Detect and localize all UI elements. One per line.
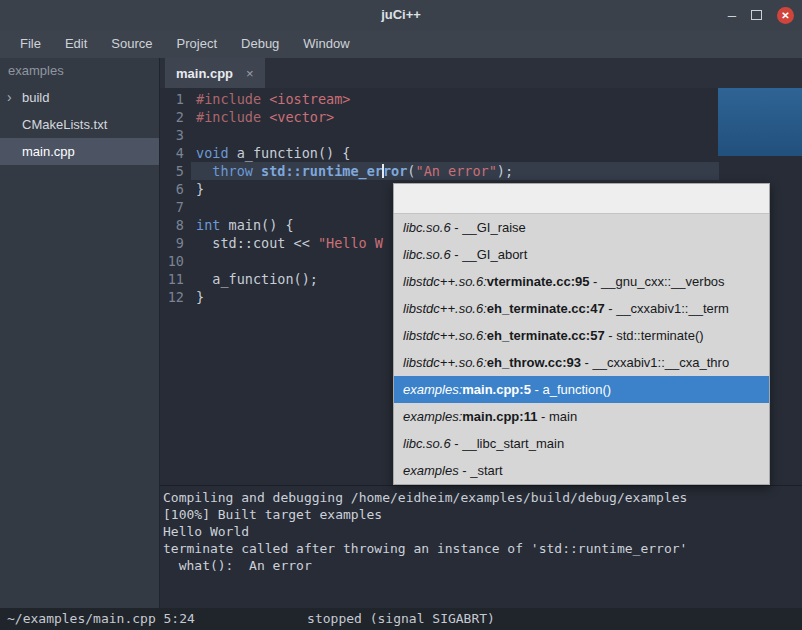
backtrace-item[interactable]: libstdc++.so.6:eh_throw.cc:93 - __cxxabi… bbox=[394, 349, 769, 376]
menu-edit[interactable]: Edit bbox=[53, 30, 99, 58]
code-text bbox=[191, 126, 196, 144]
code-text bbox=[191, 252, 196, 270]
terminal-output: Compiling and debugging /home/eidheim/ex… bbox=[163, 489, 799, 574]
project-sidebar: examples ›buildCMakeLists.txtmain.cpp bbox=[0, 58, 160, 608]
tab-close-icon[interactable]: × bbox=[246, 66, 254, 81]
line-number: 8 bbox=[160, 216, 191, 234]
backtrace-module: examples: bbox=[403, 382, 462, 397]
backtrace-module: libstdc++.so.6: bbox=[403, 274, 487, 289]
tab-main-cpp[interactable]: main.cpp × bbox=[165, 58, 265, 88]
terminal-line: what(): An error bbox=[163, 557, 799, 574]
line-number: 2 bbox=[160, 108, 191, 126]
line-number: 6 bbox=[160, 180, 191, 198]
tree-item-main.cpp[interactable]: main.cpp bbox=[0, 138, 159, 165]
backtrace-item[interactable]: libstdc++.so.6:vterminate.cc:95 - __gnu_… bbox=[394, 268, 769, 295]
backtrace-file-line: eh_terminate.cc:47 bbox=[487, 301, 605, 316]
tab-strip: main.cpp × bbox=[160, 58, 802, 88]
menu-project[interactable]: Project bbox=[165, 30, 229, 58]
window-title: juCi++ bbox=[0, 0, 802, 30]
line-number: 12 bbox=[160, 288, 191, 306]
code-text: } bbox=[191, 288, 204, 306]
tree-item-label: main.cpp bbox=[22, 144, 75, 159]
terminal-line: Hello World bbox=[163, 523, 799, 540]
backtrace-function: - __gnu_cxx::__verbos bbox=[589, 274, 724, 289]
backtrace-function: - _start bbox=[459, 463, 503, 478]
tree-item-label: CMakeLists.txt bbox=[22, 117, 107, 132]
line-number: 11 bbox=[160, 270, 191, 288]
project-name: examples bbox=[0, 58, 159, 84]
backtrace-function: - __libc_start_main bbox=[451, 436, 564, 451]
code-text: throw std::runtime_error("An error"); bbox=[191, 162, 513, 180]
line-number: 7 bbox=[160, 198, 191, 216]
backtrace-file-line: vterminate.cc:95 bbox=[487, 274, 590, 289]
terminal-panel[interactable]: Compiling and debugging /home/eidheim/ex… bbox=[160, 485, 802, 608]
file-tree: ›buildCMakeLists.txtmain.cpp bbox=[0, 84, 159, 165]
backtrace-list: libc.so.6 - __GI_raiselibc.so.6 - __GI_a… bbox=[394, 214, 769, 484]
line-number: 4 bbox=[160, 144, 191, 162]
restore-icon[interactable] bbox=[751, 10, 762, 20]
backtrace-function: - __GI_raise bbox=[451, 220, 526, 235]
backtrace-file-line: main.cpp:11 bbox=[462, 409, 537, 424]
menu-window[interactable]: Window bbox=[291, 30, 361, 58]
code-text: std::cout << "Hello W bbox=[191, 234, 383, 252]
status-debug-state: stopped (signal SIGABRT) bbox=[0, 608, 802, 630]
code-line-1[interactable]: 1#include <iostream> bbox=[160, 90, 802, 108]
tree-item-label: build bbox=[22, 90, 49, 105]
tree-item-build[interactable]: ›build bbox=[0, 84, 159, 111]
line-number: 1 bbox=[160, 90, 191, 108]
backtrace-popup-header bbox=[394, 184, 769, 214]
backtrace-function: - a_function() bbox=[531, 382, 611, 397]
code-text: int main() { bbox=[191, 216, 294, 234]
backtrace-module: libstdc++.so.6: bbox=[403, 301, 487, 316]
backtrace-item[interactable]: libstdc++.so.6:eh_terminate.cc:57 - std:… bbox=[394, 322, 769, 349]
backtrace-popup: libc.so.6 - __GI_raiselibc.so.6 - __GI_a… bbox=[393, 183, 770, 485]
backtrace-item[interactable]: examples:main.cpp:11 - main bbox=[394, 403, 769, 430]
backtrace-function: - __cxxabiv1::__cxa_thro bbox=[581, 355, 729, 370]
title-bar: juCi++ – ✕ bbox=[0, 0, 802, 30]
window-controls: – ✕ bbox=[728, 0, 794, 30]
expander-icon[interactable]: › bbox=[7, 84, 12, 111]
code-line-5[interactable]: 5 throw std::runtime_error("An error"); bbox=[160, 162, 802, 180]
menu-source[interactable]: Source bbox=[99, 30, 164, 58]
code-text: #include <iostream> bbox=[191, 90, 350, 108]
backtrace-function: - __GI_abort bbox=[451, 247, 528, 262]
backtrace-item[interactable]: libc.so.6 - __GI_raise bbox=[394, 214, 769, 241]
backtrace-module: libc.so.6 bbox=[403, 247, 451, 262]
backtrace-item[interactable]: libc.so.6 - __libc_start_main bbox=[394, 430, 769, 457]
backtrace-function: - main bbox=[537, 409, 577, 424]
code-line-2[interactable]: 2#include <vector> bbox=[160, 108, 802, 126]
menu-bar: FileEditSourceProjectDebugWindow bbox=[0, 30, 802, 58]
terminal-line: Compiling and debugging /home/eidheim/ex… bbox=[163, 489, 799, 506]
status-bar: ~/examples/main.cpp 5:24 stopped (signal… bbox=[0, 608, 802, 630]
backtrace-function: - std::terminate() bbox=[605, 328, 704, 343]
code-line-3[interactable]: 3 bbox=[160, 126, 802, 144]
backtrace-module: examples bbox=[403, 463, 459, 478]
backtrace-item[interactable]: libstdc++.so.6:eh_terminate.cc:47 - __cx… bbox=[394, 295, 769, 322]
backtrace-item[interactable]: libc.so.6 - __GI_abort bbox=[394, 241, 769, 268]
minimize-icon[interactable]: – bbox=[728, 10, 736, 20]
backtrace-module: libc.so.6 bbox=[403, 220, 451, 235]
line-number: 9 bbox=[160, 234, 191, 252]
menu-file[interactable]: File bbox=[8, 30, 53, 58]
tree-item-cmakelists.txt[interactable]: CMakeLists.txt bbox=[0, 111, 159, 138]
close-icon[interactable]: ✕ bbox=[777, 7, 794, 24]
backtrace-module: libstdc++.so.6: bbox=[403, 328, 487, 343]
code-text: } bbox=[191, 180, 204, 198]
code-text: void a_function() { bbox=[191, 144, 350, 162]
tab-label: main.cpp bbox=[176, 66, 233, 81]
backtrace-item[interactable]: examples:main.cpp:5 - a_function() bbox=[394, 376, 769, 403]
backtrace-function: - __cxxabiv1::__term bbox=[605, 301, 729, 316]
code-line-4[interactable]: 4void a_function() { bbox=[160, 144, 802, 162]
backtrace-file-line: main.cpp:5 bbox=[462, 382, 531, 397]
code-text: a_function(); bbox=[191, 270, 318, 288]
backtrace-file-line: eh_terminate.cc:57 bbox=[487, 328, 605, 343]
line-number: 10 bbox=[160, 252, 191, 270]
backtrace-module: libstdc++.so.6: bbox=[403, 355, 487, 370]
backtrace-item[interactable]: examples - _start bbox=[394, 457, 769, 484]
terminal-line: terminate called after throwing an insta… bbox=[163, 540, 799, 557]
menu-debug[interactable]: Debug bbox=[229, 30, 291, 58]
backtrace-module: libc.so.6 bbox=[403, 436, 451, 451]
backtrace-file-line: eh_throw.cc:93 bbox=[487, 355, 581, 370]
line-number: 3 bbox=[160, 126, 191, 144]
backtrace-module: examples: bbox=[403, 409, 462, 424]
